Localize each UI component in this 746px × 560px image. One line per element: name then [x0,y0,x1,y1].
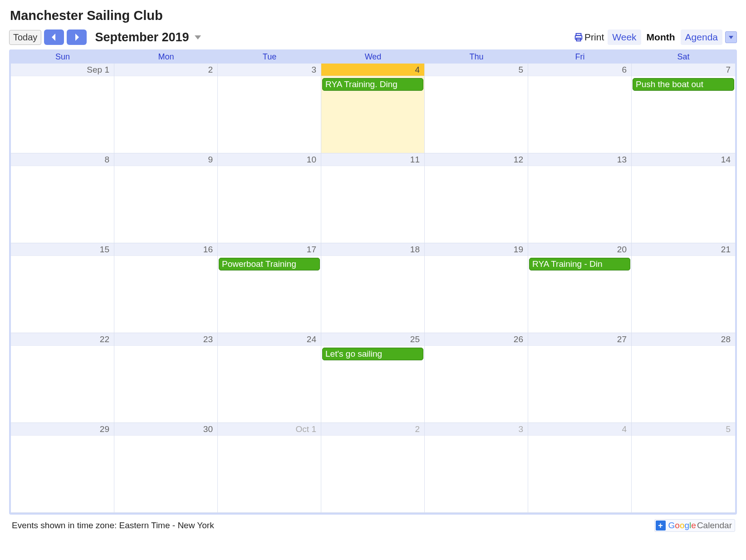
day-cell[interactable]: 11 [321,153,425,243]
day-cell[interactable]: 14 [632,153,735,243]
day-cell[interactable]: 22 [11,333,114,423]
calendar-event[interactable]: Powerboat Training [219,258,320,270]
date-label: 5 [425,64,528,76]
date-label: 2 [114,64,217,76]
day-cell[interactable]: 16 [114,243,218,333]
date-label: 2 [321,423,424,436]
date-label: 28 [632,333,735,346]
day-cell[interactable]: 12 [425,153,528,243]
date-label: 11 [321,153,424,166]
date-label: 24 [218,333,321,346]
next-month-button[interactable] [67,29,87,45]
day-cell[interactable]: 24 [218,333,321,423]
day-cell[interactable]: 2 [114,64,218,153]
day-cell[interactable]: 27 [528,333,632,423]
date-label: 19 [425,243,528,256]
view-dropdown-button[interactable] [725,31,737,43]
day-cell[interactable]: 3 [218,64,321,153]
date-label: 25 [321,333,424,346]
date-label: 3 [218,64,321,76]
calendar-container: Sun Mon Tue Wed Thu Fri Sat Sep 1234RYA … [9,49,737,515]
view-week-button[interactable]: Week [608,29,641,45]
day-header: Fri [528,51,632,64]
day-cell[interactable]: 19 [425,243,528,333]
day-headers: Sun Mon Tue Wed Thu Fri Sat [11,51,735,64]
date-label: 3 [425,423,528,436]
day-cell[interactable]: 20RYA Training - Din [528,243,632,333]
day-header: Sun [11,51,114,64]
date-label: 9 [114,153,217,166]
date-label: 6 [528,64,631,76]
calendar-text: Calendar [697,521,732,531]
day-cell[interactable]: 6 [528,64,632,153]
calendar-event[interactable]: Let's go sailing [322,348,423,360]
date-label: 4 [321,64,424,76]
today-button[interactable]: Today [9,30,41,45]
month-dropdown-icon[interactable] [195,35,201,39]
day-header: Thu [425,51,528,64]
day-cell[interactable]: 15 [11,243,114,333]
date-label: 23 [114,333,217,346]
plus-icon: + [656,521,666,531]
chevron-left-icon [51,34,57,41]
date-label: 15 [11,243,114,256]
date-label: 21 [632,243,735,256]
day-cell[interactable]: 21 [632,243,735,333]
date-label: 4 [528,423,631,436]
calendar-event[interactable]: Push the boat out [633,78,734,91]
toolbar: Today September 2019 Print Week Month Ag… [9,28,737,47]
day-cell[interactable]: Oct 1 [218,423,321,513]
day-cell[interactable]: 3 [425,423,528,513]
calendar-event[interactable]: RYA Training. Ding [322,78,423,91]
day-cell[interactable]: 5 [425,64,528,153]
day-cell[interactable]: 25Let's go sailing [321,333,425,423]
date-label: 26 [425,333,528,346]
day-cell[interactable]: 28 [632,333,735,423]
add-to-google-calendar-button[interactable]: + Google Calendar [654,519,735,532]
chevron-right-icon [74,34,79,41]
day-cell[interactable]: 17Powerboat Training [218,243,321,333]
calendar-title: Manchester Sailing Club [10,8,737,23]
day-cell[interactable]: 8 [11,153,114,243]
day-cell[interactable]: 9 [114,153,218,243]
timezone-label: Events shown in time zone: Eastern Time … [12,521,214,531]
day-header: Wed [321,51,425,64]
print-icon [574,32,584,42]
date-label: Oct 1 [218,423,321,436]
day-cell[interactable]: 4RYA Training. Ding [321,64,425,153]
chevron-down-icon [729,36,733,39]
date-label: 16 [114,243,217,256]
day-cell[interactable]: Sep 1 [11,64,114,153]
day-cell[interactable]: 4 [528,423,632,513]
date-label: 20 [528,243,631,256]
day-cell[interactable]: 23 [114,333,218,423]
day-cell[interactable]: 10 [218,153,321,243]
day-cell[interactable]: 30 [114,423,218,513]
day-cell[interactable]: 18 [321,243,425,333]
day-cell[interactable]: 7Push the boat out [632,64,735,153]
date-label: 8 [11,153,114,166]
date-label: 27 [528,333,631,346]
date-label: 29 [11,423,114,436]
view-agenda-button[interactable]: Agenda [681,29,722,45]
google-logo: Google [668,521,696,531]
day-cell[interactable]: 2 [321,423,425,513]
view-month-button[interactable]: Month [642,29,680,45]
day-cell[interactable]: 26 [425,333,528,423]
day-cell[interactable]: 5 [632,423,735,513]
date-label: 5 [632,423,735,436]
month-grid: Sep 1234RYA Training. Ding567Push the bo… [11,64,735,513]
date-label: 18 [321,243,424,256]
date-label: 7 [632,64,735,76]
day-header: Sat [632,51,735,64]
date-label: 10 [218,153,321,166]
prev-month-button[interactable] [44,29,64,45]
day-header: Tue [218,51,321,64]
calendar-event[interactable]: RYA Training - Din [529,258,630,270]
print-label: Print [584,32,604,43]
footer: Events shown in time zone: Eastern Time … [9,515,737,532]
date-label: 17 [218,243,321,256]
day-cell[interactable]: 13 [528,153,632,243]
day-cell[interactable]: 29 [11,423,114,513]
print-button[interactable]: Print [574,32,604,43]
